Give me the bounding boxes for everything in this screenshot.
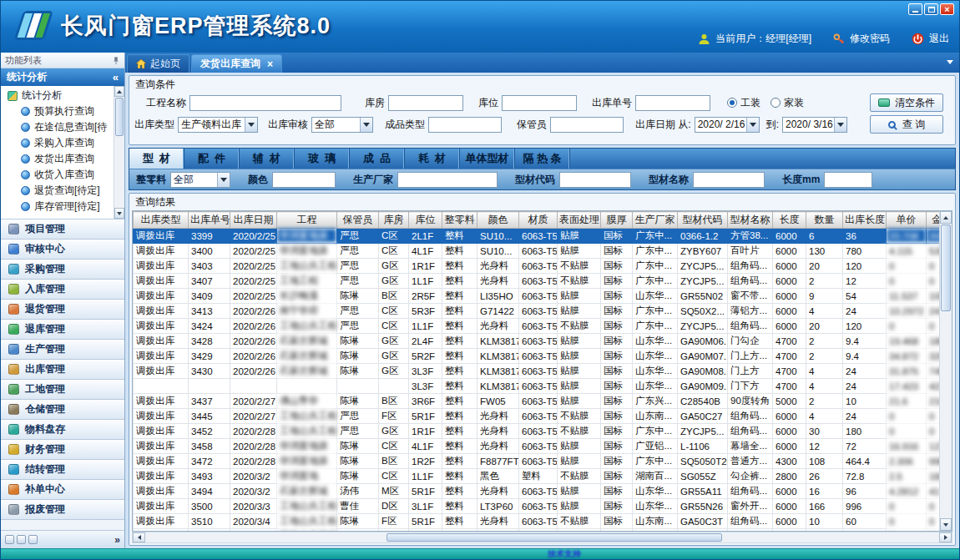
tab-list-dropdown-icon[interactable]	[947, 60, 953, 64]
more-options-icon[interactable]: »	[114, 534, 120, 546]
table-row[interactable]: 3L3F整料KLM38176063-T5贴膜国标山东华...GA90M09...…	[134, 379, 940, 394]
sidebar-item-supplement[interactable]: 补单中心	[1, 480, 124, 500]
sidebar-item-inbound[interactable]: 入库管理	[1, 280, 124, 300]
tree-item[interactable]: 预算执行查询	[1, 103, 124, 119]
home-decor-radio[interactable]: 家装	[771, 96, 804, 110]
sidebar-item-purchase[interactable]: 采购管理	[1, 260, 124, 280]
tab-close-icon[interactable]: ×	[267, 59, 273, 69]
column-header[interactable]: 表面处理	[558, 212, 601, 229]
column-header[interactable]: 数量	[806, 212, 843, 229]
order-no-input[interactable]	[635, 95, 710, 111]
whole-part-select[interactable]: 全部	[170, 172, 230, 188]
tree-item[interactable]: 收货入库查询	[1, 167, 124, 183]
sidebar-item-storage[interactable]: 仓储管理	[1, 400, 124, 420]
tab-shipping-outbound-query[interactable]: 发货出库查询 ×	[191, 54, 282, 73]
profile-code-input[interactable]	[559, 172, 631, 188]
table-row[interactable]: 调拨出库35122020/3/4工地公共工程陈琳F区1L2F整料光身料6063-…	[134, 529, 940, 532]
table-row[interactable]: 调拨出库34522020/2/28工地公共工程严思G区1R1F整料光身料6063…	[134, 424, 940, 439]
column-header[interactable]: 库位	[409, 212, 442, 229]
sidebar-item-project[interactable]: 项目管理	[1, 219, 124, 240]
material-tab-3[interactable]: 玻 璃	[295, 149, 350, 169]
tree-item[interactable]: 库存管理[待定]	[1, 199, 124, 214]
column-header[interactable]: 金额	[927, 212, 940, 229]
table-row[interactable]: 调拨出库34452020/2/27工地公共工程严思F区5R1F整料光身料6063…	[134, 409, 940, 424]
warehouse-input[interactable]	[388, 95, 463, 111]
toolbar-icon[interactable]	[17, 535, 26, 544]
date-from-picker[interactable]: 2020/ 2/16	[695, 117, 760, 133]
table-row[interactable]: 调拨出库34092020/2/25长沙梅溪陈琳B区2R5F整料LI35HO606…	[134, 289, 940, 304]
column-header[interactable]: 颜色	[477, 212, 519, 229]
change-password-link[interactable]: 修改密码	[850, 32, 890, 46]
column-header[interactable]: 出库单号	[189, 212, 230, 229]
pin-icon[interactable]	[112, 56, 120, 65]
material-tab-4[interactable]: 成 品	[350, 149, 405, 169]
sidebar-item-outbound[interactable]: 出库管理	[1, 360, 124, 380]
scroll-up-icon[interactable]	[940, 211, 952, 224]
column-header[interactable]: 库房	[379, 212, 409, 229]
manufacturer-input[interactable]	[397, 172, 498, 188]
table-row[interactable]: 调拨出库34722020/2/28华润置地源陈琳B区1R2F整料F8877FT6…	[134, 454, 940, 469]
column-header[interactable]: 整零料	[442, 212, 477, 229]
column-header[interactable]: 出库长度	[843, 212, 887, 229]
table-row[interactable]: 调拨出库34242020/2/26工地公共工程严思C区1L1F整料光身料6063…	[134, 319, 940, 334]
collapse-icon[interactable]: «	[113, 71, 119, 83]
table-row[interactable]: 调拨出库34032020/2/25工地公共工程严思G区1R1F整料光身料6063…	[134, 259, 940, 274]
table-row[interactable]: 调拨出库34132020/2/26南宁华府严思C区5R3F整料G71422606…	[134, 304, 940, 319]
column-header[interactable]: 型材代码	[678, 212, 728, 229]
tree-item[interactable]: 发货出库查询	[1, 151, 124, 167]
tree-scrollbar[interactable]	[114, 86, 124, 219]
profile-name-input[interactable]	[693, 172, 765, 188]
vertical-scroll-thumb[interactable]	[941, 225, 951, 311]
sidebar-item-return-warehouse[interactable]: 退库管理	[1, 320, 124, 340]
toolbar-icon[interactable]	[28, 535, 38, 544]
location-input[interactable]	[502, 95, 577, 111]
horizontal-scrollbar[interactable]	[132, 532, 952, 543]
outbound-type-select[interactable]: 生产领料出库	[178, 117, 258, 133]
table-row[interactable]: 调拨出库34302020/2/26石家庄辉城陈琳G区3L3F整料KLM38176…	[134, 364, 940, 379]
project-name-input[interactable]	[189, 95, 341, 111]
logout-link[interactable]: 退出	[929, 32, 949, 46]
table-row[interactable]: 调拨出库34932020/3/2华润置地陈琳C区1L1F整料黑色塑料不贴膜国标湖…	[134, 469, 940, 484]
search-button[interactable]: 查 询	[870, 115, 943, 134]
table-row[interactable]: 调拨出库33992020/2/25华润置地源严思C区2L1F整料SU10...6…	[134, 229, 940, 244]
table-row[interactable]: 调拨出库35002020/3/3工地公共工程曹佳D区3L1F整料LT3P6060…	[134, 499, 940, 514]
length-input[interactable]	[824, 172, 872, 188]
tree-item[interactable]: 采购入库查询	[1, 135, 124, 151]
date-to-picker[interactable]: 2020/ 3/16	[782, 117, 847, 133]
table-row[interactable]: 调拨出库34372020/2/27佛山季华陈琳B区3R6F整料FW056063-…	[134, 394, 940, 409]
audit-select[interactable]: 全部	[311, 117, 373, 133]
table-row[interactable]: 调拨出库35102020/3/4工地公共工程陈琳F区5R1F整料光身料6063-…	[134, 514, 940, 529]
column-header[interactable]: 型材名称	[728, 212, 773, 229]
column-header[interactable]: 出库类型	[134, 212, 189, 229]
sidebar-item-return-goods[interactable]: 退货管理	[1, 300, 124, 320]
table-row[interactable]: 调拨出库34292020/2/26石家庄辉城陈琳G区5R2F整料KLM38176…	[134, 349, 940, 364]
table-row[interactable]: 调拨出库34582020/2/28华润置地源陈琳C区4L1F整料光身料6063-…	[134, 439, 940, 454]
horizontal-scroll-thumb[interactable]	[387, 533, 722, 542]
sidebar-group-statistics[interactable]: 统计分析 «	[1, 68, 124, 86]
tab-start-page[interactable]: 起始页	[127, 54, 189, 73]
column-header[interactable]: 材质	[519, 212, 558, 229]
scroll-up-icon[interactable]	[114, 86, 124, 97]
column-header[interactable]: 出库日期	[230, 212, 277, 229]
product-type-input[interactable]	[428, 117, 502, 133]
material-tab-7[interactable]: 隔 热 条	[515, 149, 570, 169]
column-header[interactable]: 保管员	[337, 212, 379, 229]
column-header[interactable]: 长度	[773, 212, 806, 229]
color-input[interactable]	[272, 172, 336, 188]
material-tab-0[interactable]: 型 材	[129, 149, 184, 169]
keeper-input[interactable]	[550, 117, 624, 133]
tree-root-statistics[interactable]: 统计分析	[1, 88, 124, 103]
column-header[interactable]: 膜厚	[601, 212, 633, 229]
sidebar-item-finance[interactable]: 财务管理	[1, 440, 124, 460]
clear-conditions-button[interactable]: 清空条件	[870, 93, 943, 112]
toolbar-icon[interactable]	[5, 535, 14, 544]
scroll-down-icon[interactable]	[940, 518, 952, 531]
sidebar-item-carryover[interactable]: 结转管理	[1, 460, 124, 480]
material-tab-5[interactable]: 耗 材	[405, 149, 460, 169]
tree-scroll-thumb[interactable]	[115, 98, 124, 136]
scroll-left-icon[interactable]	[133, 532, 145, 542]
tree-item[interactable]: 在途信息查询[待	[1, 119, 124, 135]
material-tab-2[interactable]: 辅 材	[240, 149, 295, 169]
sidebar-item-site[interactable]: 工地管理	[1, 380, 124, 400]
vertical-scrollbar[interactable]	[939, 211, 952, 531]
